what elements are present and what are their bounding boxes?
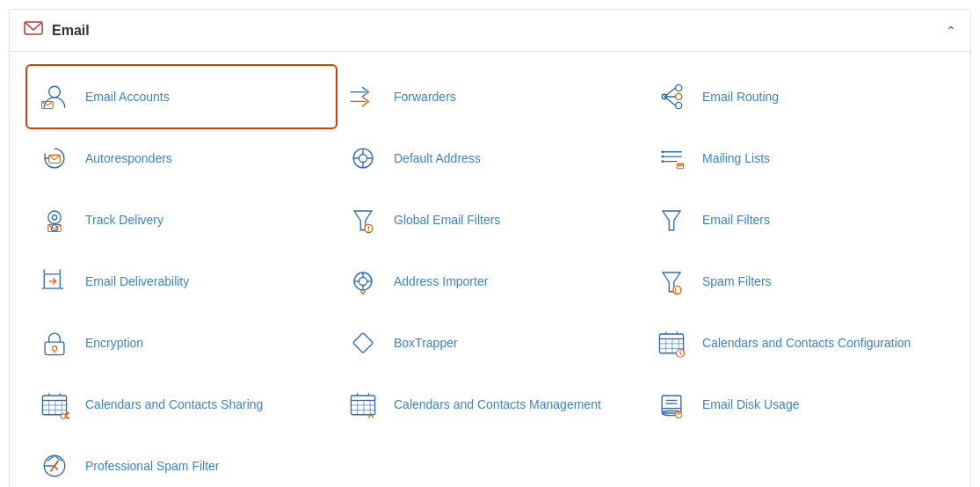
svg-point-26: [48, 211, 61, 223]
boxtrapper-label: BoxTrapper: [394, 335, 458, 351]
menu-item-calendars-contacts-configuration[interactable]: Calendars and Contacts Configuration: [644, 312, 953, 374]
svg-point-41: [359, 277, 367, 285]
autoresponders-label: Autoresponders: [85, 150, 172, 166]
calendars-contacts-config-icon: [653, 324, 690, 361]
calendars-contacts-management-label: Calendars and Contacts Management: [394, 396, 601, 412]
email-deliverability-icon: [36, 263, 73, 300]
email-filters-icon: [653, 201, 690, 238]
menu-item-email-routing[interactable]: Email Routing: [644, 66, 953, 127]
email-disk-usage-icon: [653, 386, 690, 423]
menu-item-forwarders[interactable]: Forwarders: [336, 66, 644, 127]
calendars-contacts-sharing-icon: [36, 386, 73, 423]
global-email-filters-label: Global Email Filters: [394, 212, 500, 228]
svg-point-50: [52, 346, 56, 351]
menu-item-address-importer[interactable]: Address Importer: [336, 251, 644, 312]
menu-item-track-delivery[interactable]: Track Delivery: [27, 189, 336, 251]
menu-item-email-deliverability[interactable]: Email Deliverability: [27, 251, 336, 312]
track-delivery-label: Track Delivery: [85, 212, 163, 228]
menu-item-global-email-filters[interactable]: Global Email Filters: [336, 189, 644, 251]
professional-spam-filter-icon: [36, 447, 73, 484]
professional-spam-filter-label: Professional Spam Filter: [85, 458, 220, 474]
spam-filters-label: Spam Filters: [702, 273, 772, 289]
boxtrapper-icon: [345, 324, 381, 361]
menu-item-spam-filters[interactable]: ! Spam Filters: [644, 251, 953, 312]
svg-point-24: [662, 156, 664, 158]
email-panel: Email ⌃ Email Accounts: [9, 9, 971, 487]
address-importer-label: Address Importer: [394, 273, 488, 289]
menu-item-default-address[interactable]: Default Address: [336, 127, 644, 189]
menu-item-professional-spam-filter[interactable]: Professional Spam Filter: [27, 435, 336, 487]
track-delivery-icon: [36, 201, 73, 238]
calendars-contacts-configuration-label: Calendars and Contacts Configuration: [702, 335, 911, 351]
forwarders-label: Forwarders: [394, 89, 456, 105]
svg-rect-52: [352, 332, 373, 353]
email-deliverability-label: Email Deliverability: [85, 273, 189, 289]
panel-header: Email ⌃: [10, 10, 970, 52]
default-address-label: Default Address: [394, 150, 481, 166]
panel-body: Email Accounts Forwarders: [10, 52, 970, 487]
forwarders-icon: [345, 78, 381, 115]
menu-item-calendars-contacts-management[interactable]: Calendars and Contacts Management: [336, 374, 644, 435]
svg-point-23: [662, 150, 664, 153]
email-disk-usage-label: Email Disk Usage: [702, 396, 799, 412]
email-filters-label: Email Filters: [702, 212, 770, 228]
default-address-icon: [345, 140, 381, 177]
menu-item-email-accounts[interactable]: Email Accounts: [27, 66, 336, 127]
encryption-icon: [36, 324, 73, 361]
menu-item-boxtrapper[interactable]: BoxTrapper: [336, 312, 644, 374]
autoresponders-icon: [36, 140, 73, 177]
svg-marker-33: [663, 211, 680, 230]
panel-header-left: Email: [24, 18, 90, 42]
svg-point-32: [368, 229, 369, 230]
address-importer-icon: [345, 263, 381, 300]
collapse-button[interactable]: ⌃: [946, 24, 956, 38]
svg-point-7: [676, 102, 682, 108]
svg-point-14: [359, 154, 367, 162]
menu-item-autoresponders[interactable]: Autoresponders: [27, 127, 336, 189]
calendars-contacts-sharing-label: Calendars and Contacts Sharing: [85, 396, 263, 412]
svg-point-1: [49, 86, 61, 98]
calendars-contacts-mgmt-icon: [345, 386, 381, 423]
mailing-lists-label: Mailing Lists: [702, 150, 770, 166]
svg-point-25: [662, 160, 664, 163]
email-routing-icon: [653, 78, 690, 115]
mailing-lists-icon: [653, 140, 690, 177]
menu-item-encryption[interactable]: Encryption: [27, 312, 336, 374]
svg-point-5: [676, 84, 682, 91]
menu-item-email-filters[interactable]: Email Filters: [644, 189, 953, 251]
spam-filters-icon: !: [653, 263, 690, 300]
menu-item-mailing-lists[interactable]: Mailing Lists: [644, 127, 953, 189]
email-accounts-label: Email Accounts: [85, 89, 170, 105]
email-header-icon: [24, 18, 43, 42]
menu-item-calendars-contacts-sharing[interactable]: Calendars and Contacts Sharing: [27, 374, 336, 435]
email-accounts-icon: [36, 78, 73, 115]
svg-text:!: !: [674, 287, 676, 294]
encryption-label: Encryption: [85, 335, 143, 351]
empty-cell-2: [644, 435, 953, 487]
panel-title: Email: [52, 23, 90, 39]
email-routing-label: Email Routing: [702, 89, 779, 105]
global-email-filters-icon: [345, 201, 381, 238]
empty-cell-1: [336, 435, 644, 487]
menu-item-email-disk-usage[interactable]: Email Disk Usage: [644, 374, 953, 435]
svg-point-27: [52, 215, 56, 220]
svg-point-6: [676, 93, 682, 99]
svg-point-74: [61, 414, 65, 418]
